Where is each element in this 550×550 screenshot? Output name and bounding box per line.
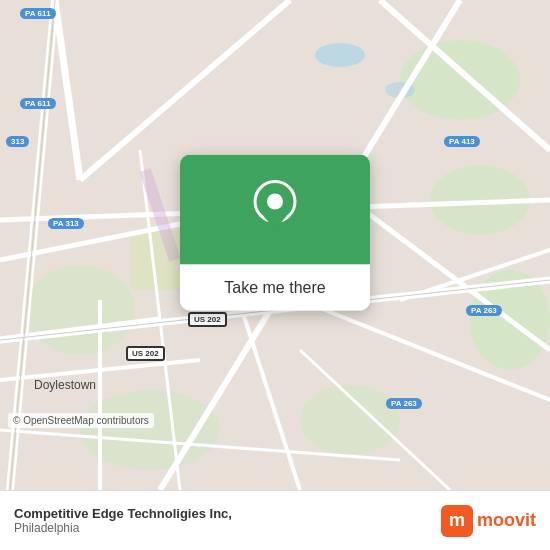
svg-point-33 xyxy=(267,194,283,210)
badge-pa263: PA 263 xyxy=(466,305,502,316)
badge-pa263-lower: PA 263 xyxy=(386,398,422,409)
badge-pa413: PA 413 xyxy=(444,136,480,147)
map-attribution: © OpenStreetMap contributors xyxy=(8,413,154,428)
place-name: Competitive Edge Technoligies Inc, xyxy=(14,506,232,521)
popup-top xyxy=(180,155,370,265)
take-me-there-button[interactable]: Take me there xyxy=(180,265,370,311)
badge-pa611-top: PA 611 xyxy=(20,8,56,19)
badge-pa611-mid: PA 611 xyxy=(20,98,56,109)
moovit-logo: m moovit xyxy=(441,505,536,537)
place-location: Philadelphia xyxy=(14,521,232,535)
town-label: Doylestown xyxy=(34,378,96,392)
popup-card: Take me there xyxy=(180,155,370,311)
badge-pa313-lower: PA 313 xyxy=(48,218,84,229)
bottom-info: Competitive Edge Technoligies Inc, Phila… xyxy=(14,506,232,535)
moovit-icon: m xyxy=(441,505,473,537)
svg-point-8 xyxy=(315,43,365,67)
svg-point-4 xyxy=(25,265,135,355)
moovit-wordmark: moovit xyxy=(477,510,536,531)
badge-us202-1: US 202 xyxy=(188,312,227,327)
svg-marker-34 xyxy=(263,216,287,230)
badge-313: 313 xyxy=(6,136,29,147)
badge-us202-2: US 202 xyxy=(126,346,165,361)
bottom-bar: Competitive Edge Technoligies Inc, Phila… xyxy=(0,490,550,550)
location-pin-icon xyxy=(251,180,299,240)
map-container: PA 611 313 PA 611 PA 413 PA 313 US 202 U… xyxy=(0,0,550,490)
